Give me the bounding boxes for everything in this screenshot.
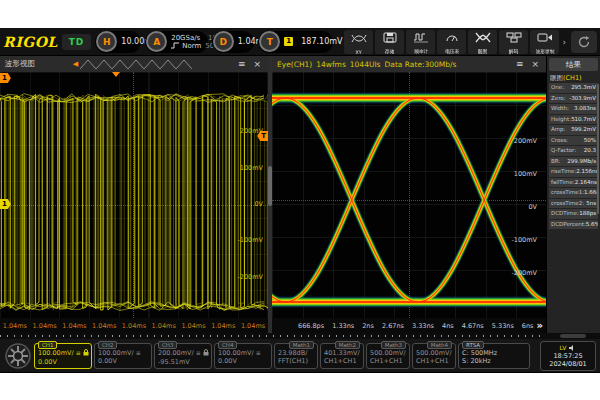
channel-box-math1[interactable]: Math123.98dB/FFT(CH1) — [274, 343, 318, 369]
results-tab-channel: (CH1) — [563, 74, 582, 82]
lan-status-badge: LV — [560, 344, 567, 352]
waveform-view-panel: 波形视图 ◀ ≡ × 1 1 T 200mV100mV0V-100mV-200m… — [0, 56, 268, 333]
channel-box-ch4[interactable]: CH4100.00mV/≡0.00V — [214, 343, 272, 369]
record-icon — [537, 28, 553, 47]
menu-item-decode[interactable]: 解码 — [499, 30, 528, 54]
time-axis-label: 1.04ms — [181, 322, 205, 330]
measurement-value: 50% — [584, 136, 596, 146]
channel-offset: CH1+CH1 — [416, 357, 452, 365]
measurement-name: Width: — [551, 104, 569, 114]
h-knob[interactable]: H — [96, 31, 117, 52]
time-axis-label: 1.04ms — [33, 322, 57, 330]
menu-item-label: 电压表 — [445, 49, 459, 55]
channel-offset: CH1+CH1 — [370, 357, 406, 365]
eye-plot[interactable]: 200mV100mV0V-100mV-200mV — [272, 72, 546, 318]
menu-item-eye[interactable]: 眼图 — [468, 30, 497, 54]
measurement-row: BR:299.9Mb/s — [549, 157, 598, 167]
d-knob[interactable]: D — [213, 31, 234, 52]
waveform-plot[interactable]: 1 1 T 200mV100mV0V-100mV-200mV — [0, 72, 268, 318]
eye-uis: 1044UIs — [350, 60, 381, 69]
menu-scroll-left-icon[interactable]: ‹ — [337, 37, 343, 47]
refresh-button[interactable] — [571, 31, 597, 53]
time-axis-label: 666.8ps — [298, 322, 324, 330]
results-tab[interactable]: 眼图(CH1) — [547, 73, 600, 83]
menu-item-xy[interactable]: XY — [344, 30, 373, 54]
delay-control[interactable]: D 1.04ms — [212, 31, 255, 53]
menu-item-record[interactable]: 波形录制 — [530, 30, 559, 54]
eye-close-icon[interactable]: × — [529, 59, 541, 69]
time-axis-label: 1.33ns — [332, 322, 354, 330]
menu-item-label: 眼图 — [478, 49, 487, 55]
storage-icon — [383, 28, 397, 47]
measurement-value: 3.083ns — [574, 104, 596, 114]
a-knob[interactable]: A — [146, 31, 167, 52]
results-title: 结果 — [549, 58, 598, 71]
top-toolbar: RIGOL TD H 10.00ns/ A 20GSa/s Norm 10kpt… — [0, 28, 600, 56]
waveform-view-header: 波形视图 ◀ ≡ × — [0, 56, 268, 72]
measurement-value: 599.2mV — [571, 125, 596, 135]
counter-icon — [413, 28, 429, 47]
time-axis-label: 1.04ms — [241, 322, 265, 330]
gear-icon[interactable] — [4, 342, 32, 370]
sidebar-collapse-handle[interactable] — [560, 334, 586, 338]
channel-box-math2[interactable]: Math2401.33mV/CH1+CH1 — [320, 343, 364, 369]
time-axis-label: 1.04ms — [152, 322, 176, 330]
coupling-icon: ≡ — [196, 349, 201, 357]
menu-item-storage[interactable]: 存储 — [375, 30, 404, 54]
waveform-menu-icon[interactable]: ≡ — [236, 59, 248, 69]
measurement-name: crossTime2: — [551, 199, 584, 209]
channel-box-math3[interactable]: Math3500.00mV/CH1+CH1 — [366, 343, 410, 369]
measurement-name: Q-Factor: — [551, 146, 576, 156]
measurement-value: -303.9mV — [569, 94, 596, 104]
channel-box-ch3[interactable]: CH3200.00mV/≡-95.51mV — [154, 343, 212, 369]
menu-item-counter[interactable]: 频率计 — [406, 30, 435, 54]
time-axis-label: 4ns — [442, 322, 454, 330]
t-knob[interactable]: T — [259, 31, 280, 52]
oscilloscope-screen: RIGOL TD H 10.00ns/ A 20GSa/s Norm 10kpt… — [0, 28, 600, 373]
channel-label: CH2 — [98, 341, 117, 349]
waveform-trace — [0, 72, 268, 318]
menu-scroll-right-icon[interactable]: › — [561, 37, 567, 47]
volt-axis-label: 200mV — [514, 137, 537, 146]
volt-axis-label: 200mV — [240, 127, 263, 136]
lock-icon — [83, 349, 89, 358]
waveform-preview[interactable]: ◀ — [73, 59, 198, 70]
channel-box-rtsa[interactable]: RTSAC: 500MHzS: 20kHz — [458, 343, 530, 369]
menu-item-label: 解码 — [509, 49, 518, 55]
eye-diagram-panel: Eye(CH1) 14wfms 1044UIs Data Rate:300Mb/… — [272, 56, 546, 333]
eye-menu-icon[interactable]: ≡ — [514, 59, 526, 69]
delay-position-marker[interactable] — [112, 72, 120, 81]
channel-box-ch1[interactable]: CH1100.00mV/≡0.00V — [34, 343, 92, 369]
channel-box-math4[interactable]: Math4500.00mV/CH1+CH1 — [412, 343, 456, 369]
channel-offset: CH1+CH1 — [324, 357, 360, 365]
preview-left-marker-icon: ◀ — [73, 60, 78, 68]
channel-scale: 100.00mV/ — [218, 349, 254, 357]
volt-axis-label: -100mV — [237, 236, 263, 245]
measurement-row: Height:510.7mV — [549, 115, 598, 125]
trigger-control[interactable]: T 1 187.10mV N — [258, 31, 332, 53]
volt-axis-label: -100mV — [511, 236, 537, 245]
acquisition-control[interactable]: A 20GSa/s Norm 10kpts 50ps/pt — [145, 31, 208, 53]
eye-icon — [475, 28, 491, 47]
results-scrollbar[interactable] — [597, 84, 599, 214]
eye-title: Eye(CH1) — [277, 60, 312, 69]
eye-axis-menu-icon[interactable]: » — [534, 320, 546, 331]
menu-item-label: 波形录制 — [536, 49, 555, 55]
trigger-source-badge: 1 — [284, 37, 293, 46]
measurement-value: 510.7mV — [571, 115, 596, 125]
menu-item-label: 存储 — [385, 49, 394, 55]
waveform-preview-zigzag — [80, 59, 198, 70]
channel-label: CH1 — [38, 341, 57, 349]
function-menu: ‹ XY存储频率计电压表眼图解码波形录制 › — [337, 30, 597, 54]
channel-status-bar: CH1100.00mV/≡0.00VCH2100.00mV/≡0.00VCH32… — [0, 339, 600, 372]
measurement-value: 5ns — [586, 199, 596, 209]
measurement-name: Height: — [551, 115, 571, 125]
waveform-close-icon[interactable]: × — [251, 59, 263, 69]
menu-item-dvm[interactable]: 电压表 — [437, 30, 466, 54]
clock-box[interactable]: LV 18:57:25 2024/08/01 — [540, 341, 596, 371]
eye-data-rate: Data Rate:300Mb/s — [385, 60, 457, 69]
measurement-value: 299.9Mb/s — [567, 157, 596, 167]
time-axis-label: 5.33ns — [492, 322, 514, 330]
channel-box-ch2[interactable]: CH2100.00mV/≡0.00V — [94, 343, 152, 369]
horizontal-scale-control[interactable]: H 10.00ns/ — [95, 31, 141, 53]
